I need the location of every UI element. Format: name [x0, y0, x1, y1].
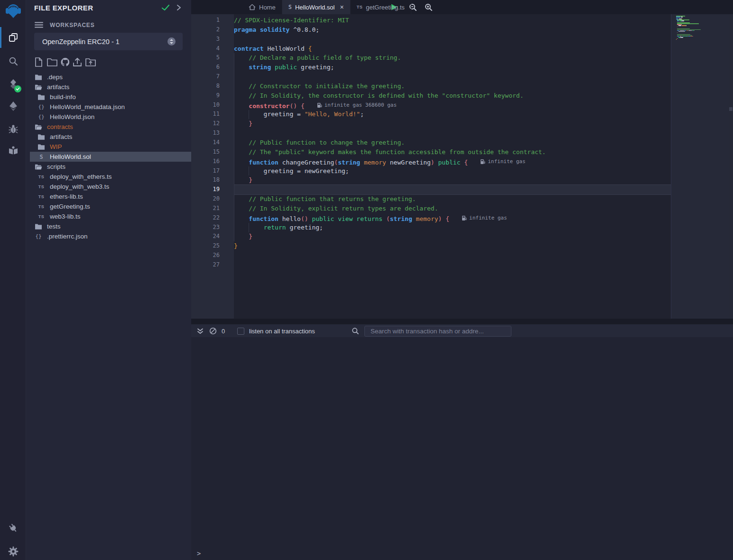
- tree-item-getGreeting.ts[interactable]: TSgetGreeting.ts: [26, 202, 191, 211]
- code-line-25[interactable]: 25}: [191, 241, 671, 251]
- transaction-count: 0: [222, 324, 225, 338]
- tree-item-label: contracts: [47, 123, 73, 130]
- zoom-in-button[interactable]: [425, 0, 433, 14]
- editor-scrollbar[interactable]: [729, 14, 733, 319]
- code-line-2[interactable]: 2pragma solidity ^0.8.0;: [191, 25, 671, 35]
- code-line-16[interactable]: 16 function changeGreeting(string memory…: [191, 157, 671, 166]
- line-number: 2: [191, 25, 234, 35]
- tab-getGreeting.ts[interactable]: TSgetGreeting.ts: [351, 0, 411, 14]
- tree-item-WIP[interactable]: WIP: [26, 142, 191, 152]
- terminal-output[interactable]: >: [191, 337, 733, 560]
- listen-transactions-checkbox[interactable]: [237, 328, 244, 335]
- scrollbar-handle[interactable]: [729, 107, 733, 111]
- line-number: 14: [191, 138, 234, 147]
- json-icon: {}: [35, 233, 42, 240]
- tree-item-deploy_with_ethers.ts[interactable]: TSdeploy_with_ethers.ts: [26, 172, 191, 182]
- tree-item-contracts[interactable]: contracts: [26, 122, 191, 132]
- sidebar-item-solidity-compiler[interactable]: [0, 74, 26, 93]
- new-file-icon[interactable]: [35, 57, 43, 69]
- tree-item-artifacts[interactable]: artifacts: [26, 82, 191, 92]
- sidebar-item-debugger[interactable]: [0, 119, 26, 138]
- tab-HelloWorld.sol[interactable]: SHelloWorld.sol×: [282, 0, 351, 14]
- tree-item-tests[interactable]: tests: [26, 221, 191, 231]
- code-line-21[interactable]: 21 // In Solidity, explicit return types…: [191, 204, 671, 213]
- check-icon: [16, 87, 20, 91]
- new-folder-icon[interactable]: [46, 57, 58, 69]
- double-chevron-down-icon: [197, 328, 204, 335]
- tree-item-.deps[interactable]: .deps: [26, 72, 191, 82]
- tree-item-scripts[interactable]: scripts: [26, 162, 191, 172]
- upload-file-icon[interactable]: [72, 57, 83, 69]
- code-line-27[interactable]: 27: [191, 260, 671, 270]
- tab-Home[interactable]: Home: [242, 0, 282, 14]
- tree-item-HelloWorld_metadata.json[interactable]: {}HelloWorld_metadata.json: [26, 102, 191, 112]
- code-line-26[interactable]: 26: [191, 251, 671, 260]
- line-content: string public greeting;: [234, 63, 671, 72]
- sidebar-item-deploy-run[interactable]: [0, 97, 26, 116]
- code-line-14[interactable]: 14 // Public function to change the gree…: [191, 138, 671, 147]
- code-line-20[interactable]: 20 // Public function that returns the g…: [191, 194, 671, 204]
- code-line-17[interactable]: 17 greeting = newGreeting;: [191, 166, 671, 176]
- indent-guide: [249, 223, 249, 232]
- expand-terminal-button[interactable]: [197, 324, 204, 338]
- code-line-10[interactable]: 10 constructor() {infinite gas 368600 ga…: [191, 101, 671, 110]
- solidity-icon: S: [37, 153, 45, 161]
- code-line-11[interactable]: 11 greeting = "Hello, World!";: [191, 110, 671, 119]
- code-line-19[interactable]: 19: [191, 185, 671, 194]
- zoom-in-icon: [425, 3, 433, 11]
- listen-transactions-label[interactable]: listen on all transactions: [249, 324, 315, 338]
- sidebar-item-plugin-manager[interactable]: [0, 141, 26, 160]
- tab-label: Home: [259, 4, 276, 11]
- code-line-13[interactable]: 13: [191, 129, 671, 138]
- code-line-8[interactable]: 8 // Constructor to initialize the greet…: [191, 82, 671, 91]
- upload-folder-icon[interactable]: [85, 57, 96, 69]
- code-line-6[interactable]: 6 string public greeting;: [191, 63, 671, 72]
- tree-item-HelloWorld.sol[interactable]: SHelloWorld.sol: [26, 152, 191, 162]
- sidebar-item-settings[interactable]: [0, 542, 26, 560]
- tree-item-.prettierrc.json[interactable]: {}.prettierrc.json: [26, 231, 191, 241]
- code-line-1[interactable]: 1// SPDX-License-Identifier: MIT: [191, 16, 671, 25]
- code-line-22[interactable]: 22 function hello() public view returns …: [191, 213, 671, 223]
- terminal-search-input[interactable]: [364, 326, 511, 337]
- accept-check-icon[interactable]: [161, 4, 170, 13]
- workspace-select[interactable]: OpenZeppelin ERC20 - 1: [34, 33, 183, 50]
- close-tab-icon[interactable]: ×: [340, 3, 344, 11]
- code-line-4[interactable]: 4contract HelloWorld {: [191, 44, 671, 54]
- tree-item-ethers-lib.ts[interactable]: TSethers-lib.ts: [26, 192, 191, 202]
- json-icon: {}: [37, 113, 45, 121]
- github-icon[interactable]: [60, 57, 70, 69]
- code-line-7[interactable]: 7: [191, 72, 671, 82]
- code-editor[interactable]: 1// SPDX-License-Identifier: MIT2pragma …: [191, 14, 733, 324]
- minimap[interactable]: [671, 14, 729, 319]
- code-line-3[interactable]: 3: [191, 35, 671, 44]
- sidebar-item-plugin-connect[interactable]: [0, 519, 26, 538]
- tree-item-deploy_with_web3.ts[interactable]: TSdeploy_with_web3.ts: [26, 182, 191, 192]
- code-line-23[interactable]: 23 return greeting;: [191, 223, 671, 232]
- line-number: 24: [191, 232, 234, 241]
- gas-estimate-decorator: infinite gas: [462, 213, 507, 223]
- sidebar-item-file-explorer[interactable]: [0, 28, 26, 47]
- clear-console-button[interactable]: [209, 324, 217, 338]
- chevron-right-icon[interactable]: [176, 4, 182, 13]
- line-content: [234, 129, 671, 138]
- code-line-9[interactable]: 9 // In Solidity, the constructor is def…: [191, 91, 671, 101]
- code-region[interactable]: 1// SPDX-License-Identifier: MIT2pragma …: [191, 14, 671, 319]
- tree-item-web3-lib.ts[interactable]: TSweb3-lib.ts: [26, 211, 191, 221]
- tree-item-artifacts[interactable]: artifacts: [26, 132, 191, 142]
- tree-item-label: ethers-lib.ts: [50, 193, 83, 200]
- learneth-book-icon: [8, 145, 19, 156]
- remix-logo-icon[interactable]: [0, 2, 26, 21]
- tree-item-build-info[interactable]: build-info: [26, 92, 191, 102]
- indent-guide: [249, 166, 249, 176]
- line-content: // In Solidity, the constructor is defin…: [234, 91, 671, 101]
- editor-terminal-divider[interactable]: [191, 319, 733, 324]
- workspace-select-toggle-icon[interactable]: [167, 37, 176, 48]
- code-line-12[interactable]: 12 }: [191, 119, 671, 129]
- code-line-15[interactable]: 15 // The "public" keyword makes the fun…: [191, 147, 671, 157]
- code-line-18[interactable]: 18 }: [191, 175, 671, 185]
- code-line-24[interactable]: 24 }: [191, 232, 671, 241]
- sidebar-item-search[interactable]: [0, 52, 26, 71]
- hamburger-menu-icon[interactable]: [35, 21, 43, 30]
- code-line-5[interactable]: 5 // Declare a public field of type stri…: [191, 53, 671, 63]
- tree-item-HelloWorld.json[interactable]: {}HelloWorld.json: [26, 112, 191, 122]
